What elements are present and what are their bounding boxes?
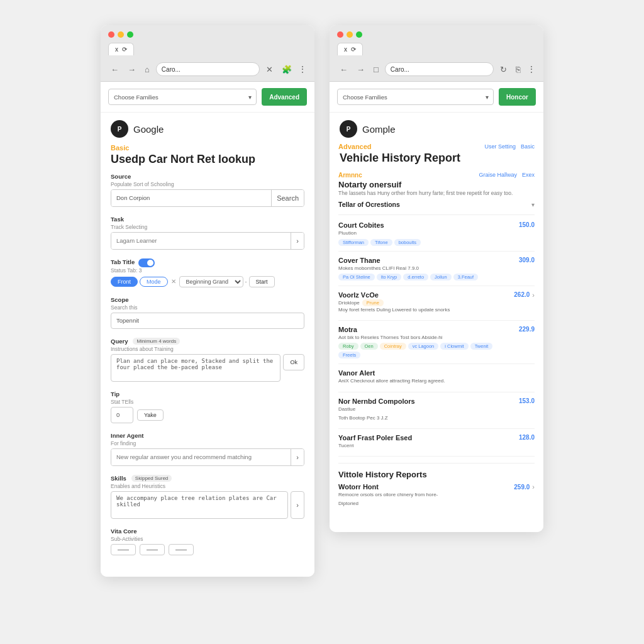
task-input[interactable] bbox=[111, 233, 291, 249]
advanced-button[interactable]: Advanced bbox=[262, 88, 307, 106]
report-address-label: Armnnc bbox=[338, 172, 362, 179]
scope-input[interactable] bbox=[111, 313, 304, 329]
home-button[interactable]: ⌂ bbox=[142, 64, 152, 75]
address-bar[interactable] bbox=[156, 62, 260, 76]
skills-arrow-btn[interactable]: › bbox=[291, 491, 304, 519]
maximize-dot[interactable] bbox=[127, 31, 133, 38]
vita-core-btn-3[interactable]: —— bbox=[169, 544, 194, 555]
source-input[interactable] bbox=[111, 190, 271, 206]
tag-1-3: Jollun bbox=[430, 274, 452, 280]
close-dot[interactable] bbox=[108, 31, 114, 38]
tab-title-label: Tab Title bbox=[111, 258, 135, 265]
page-label: Basic bbox=[101, 142, 314, 152]
vita-core-label: Vita Core bbox=[111, 528, 304, 535]
source-search-btn[interactable]: Search bbox=[271, 190, 304, 206]
tip-btn[interactable]: Yake bbox=[137, 409, 164, 421]
query-textarea[interactable]: Plan and can place more, Stacked and spl… bbox=[111, 354, 280, 382]
minimize-dot[interactable] bbox=[118, 31, 124, 38]
tag-1-4: 3.Feauf bbox=[453, 274, 478, 280]
tip-sublabel: Stat TElls bbox=[111, 399, 304, 405]
report-item-3-desc: Aot bik to Reseles Thornes Tost bors Abs… bbox=[338, 334, 514, 341]
right-browser-chrome: x ⟳ ← → □ ↻ ⎘ ⋮ bbox=[330, 25, 543, 82]
report-item-2-value[interactable]: 262.0 bbox=[514, 291, 530, 298]
tag-0-1: Tifone bbox=[370, 239, 392, 246]
report-item-3: Motra Aot bik to Reseles Thornes Tost bo… bbox=[338, 326, 535, 364]
right-maximize-dot[interactable] bbox=[356, 31, 362, 38]
report-item-2-subdesc: Moy foret ferrets Duling Lowered to upda… bbox=[338, 306, 450, 313]
report-item-6-value[interactable]: 128.0 bbox=[519, 434, 535, 441]
tag-0-2: boboults bbox=[394, 239, 421, 246]
report-item-3-tags: Roby Oen Cointray vc Lagoon i Clowmit Tw… bbox=[338, 343, 514, 358]
skills-textarea[interactable]: We accompany place tree relation plates … bbox=[111, 491, 288, 519]
brand-logo: P bbox=[111, 120, 128, 138]
inner-agent-arrow-btn[interactable]: › bbox=[291, 449, 304, 465]
inner-agent-input[interactable] bbox=[111, 449, 291, 465]
report-item-5-value[interactable]: 153.0 bbox=[519, 397, 535, 404]
back-button[interactable]: ← bbox=[108, 64, 121, 75]
menu-button[interactable]: ⋮ bbox=[298, 64, 307, 74]
tab-dropdown-select[interactable]: Beginning Grand bbox=[179, 276, 243, 287]
vita-core-btn-1[interactable]: —— bbox=[111, 544, 136, 555]
tab-close[interactable]: ✕ bbox=[170, 278, 177, 285]
right-action-link-1[interactable]: User Setting bbox=[484, 143, 516, 150]
left-browser-window: x ⟳ ← → ⌂ ✕ 🧩 ⋮ Choose Families Advanced bbox=[101, 25, 314, 577]
tag-1-2: d.erreto bbox=[403, 274, 428, 280]
right-minimize-dot[interactable] bbox=[347, 31, 353, 38]
right-window-controls bbox=[337, 31, 536, 38]
report-action-2[interactable]: Exex bbox=[522, 172, 535, 178]
tab-start-btn[interactable]: Start bbox=[249, 276, 275, 287]
report-item-4: Vanor Alert AniX Checknout allore attrac… bbox=[338, 369, 535, 392]
tip-input[interactable] bbox=[111, 407, 133, 423]
inner-agent-sublabel: For finding bbox=[111, 440, 304, 447]
right-close-dot[interactable] bbox=[337, 31, 343, 38]
extension-button[interactable]: 🧩 bbox=[279, 64, 294, 75]
report-item-6-title: Yoarf Frast Poler Esed bbox=[338, 434, 412, 441]
tag-0-0: Stifforman bbox=[338, 239, 369, 246]
right-bookmark-btn[interactable]: ⎘ bbox=[513, 64, 523, 75]
tab-label: x bbox=[115, 46, 118, 53]
right-back-button[interactable]: ← bbox=[337, 64, 350, 75]
report-action-1[interactable]: Graise Hallway bbox=[479, 172, 517, 178]
tab-mode[interactable]: Mode bbox=[140, 277, 168, 287]
tip-label: Tip bbox=[111, 391, 304, 397]
report-item-0-value[interactable]: 150.0 bbox=[519, 221, 535, 228]
tab-title-toggle[interactable] bbox=[138, 258, 155, 267]
vhr-item-0: Wotorr Hont Remocre orsols ors ollore ch… bbox=[338, 483, 535, 514]
vhr-item-0-desc: Remocre orsols ors ollore chinery from h… bbox=[338, 491, 438, 498]
skills-group: Skills Skipped Sured Enables and Heurist… bbox=[111, 475, 304, 519]
report-item-4-title: Vanor Alert bbox=[338, 369, 535, 377]
right-forward-button[interactable]: → bbox=[354, 64, 367, 75]
report-item-0: Court Cobites Pluution Stifforman Tifone… bbox=[338, 221, 535, 251]
right-action-link-2[interactable]: Basic bbox=[521, 143, 535, 150]
report-item-6-desc: Tucerri bbox=[338, 442, 412, 449]
right-menu-button[interactable]: ⋮ bbox=[527, 64, 536, 74]
left-page-content: Choose Families Advanced P Google Basic … bbox=[101, 82, 314, 577]
report-item-2-arrow[interactable]: › bbox=[532, 291, 535, 299]
report-item-5-header: Nor Nernbd Compolors Dastlue Toth Bootop… bbox=[338, 397, 535, 423]
right-search-select[interactable]: Choose Families bbox=[337, 89, 494, 105]
tip-group: Tip Stat TElls Yake bbox=[111, 391, 304, 423]
query-ok-btn[interactable]: Ok bbox=[283, 354, 304, 370]
report-item-3-value[interactable]: 229.9 bbox=[519, 326, 535, 333]
right-address-bar[interactable] bbox=[385, 62, 494, 76]
right-browser-window: x ⟳ ← → □ ↻ ⎘ ⋮ Choose Families Honcor bbox=[330, 25, 543, 532]
skills-label: Skills bbox=[111, 475, 126, 482]
report-item-1-value[interactable]: 309.0 bbox=[519, 257, 535, 264]
browser-tab[interactable]: x ⟳ bbox=[108, 43, 134, 55]
right-advanced-button[interactable]: Honcor bbox=[499, 88, 536, 106]
right-browser-tab[interactable]: x ⟳ bbox=[337, 43, 363, 55]
clear-button[interactable]: ✕ bbox=[264, 64, 275, 75]
toc-chevron: ▾ bbox=[531, 201, 535, 208]
forward-button[interactable]: → bbox=[125, 64, 138, 75]
tab-front[interactable]: Front bbox=[111, 277, 138, 287]
vhr-item-0-arrow[interactable]: › bbox=[532, 483, 535, 491]
vita-core-btn-2[interactable]: —— bbox=[140, 544, 165, 555]
vhr-item-0-value[interactable]: 259.0 bbox=[514, 484, 530, 491]
task-sublabel: Track Selecting bbox=[111, 224, 304, 230]
right-refresh-btn[interactable]: ↻ bbox=[497, 64, 509, 75]
right-home-button[interactable]: □ bbox=[371, 64, 381, 75]
right-browser-nav: ← → □ ↻ ⎘ ⋮ bbox=[337, 59, 536, 81]
report-item-2-header: Voorlz VcOe Drioklope Prune Moy foret fe… bbox=[338, 291, 535, 315]
task-arrow-btn[interactable]: › bbox=[291, 233, 304, 249]
search-select[interactable]: Choose Families bbox=[108, 89, 257, 105]
